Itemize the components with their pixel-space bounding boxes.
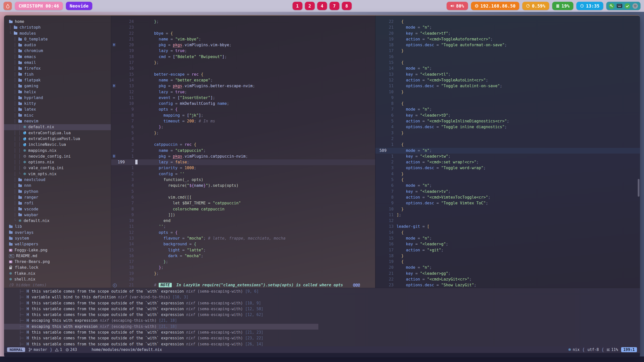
diagnostic-row[interactable]: ├─Hthis variable comes from the scope ou… [4,300,640,306]
code-line[interactable]: 11 event = ["InsertEnter"]; [111,95,375,101]
workspace-button[interactable]: 8 [342,2,352,10]
code-line[interactable]: 15 { [375,60,640,66]
tree-row[interactable]: home [4,19,111,25]
diagnostic-row[interactable]: ├─Hthis variable comes from the scope ou… [4,335,640,341]
tree-row[interactable]: lib [4,224,111,230]
tree-row[interactable]: │ waybar [4,212,111,218]
code-line[interactable]: 6 vim.cmd([[ [111,195,375,200]
code-line[interactable]: 14 background = { [111,241,375,247]
code-line[interactable]: 199 lazy = false; [111,159,375,165]
diagnostic-row[interactable]: ├─Hthis variable comes from the scope ou… [4,312,640,318]
tree-row[interactable]: │ firefox [4,66,111,71]
code-line[interactable]: 17 }; [111,60,375,66]
workspace-button[interactable]: 7 [329,2,339,10]
tree-row[interactable]: │ │ ❄options.nix [4,159,111,165]
workspace-button[interactable]: 2 [305,2,315,10]
check-status-icon[interactable] [625,3,630,9]
tree-row[interactable]: │ kitty [4,101,111,107]
tree-row[interactable]: │ email [4,60,111,66]
code-line[interactable]: 18 cmd = ["Bdelete" "Bwipeout"]; [111,54,375,60]
code-line[interactable]: 7 let $BAT_THEME = "catppuccin" [111,200,375,206]
code-line[interactable]: 14 { [375,230,640,236]
tree-row[interactable]: │ nextcloud [4,177,111,183]
code-line[interactable]: 13 flavour = "mocha"; # latte, frappe, m… [111,236,375,241]
tree-row[interactable]: │ misc [4,113,111,118]
tree-row[interactable]: system [4,236,111,241]
code-line[interactable]: 10 end [111,218,375,224]
code-line[interactable]: 3 } [375,130,640,136]
tree-row[interactable]: │ emacs [4,54,111,60]
git-branch[interactable]: master [29,347,47,352]
code-line[interactable]: 3 catppuccin = rec { [111,142,375,148]
tree-row[interactable]: │ │ ❄mappings.nix [4,148,111,154]
code-line[interactable]: 6 }; [111,124,375,130]
tree-row[interactable]: │ └ ❄vim_opts.nix [4,171,111,177]
code-line[interactable]: 7 timeout = 200; # In ms [111,118,375,124]
diagnostic-row[interactable]: ├─Hescaping this with expressionnixf(esc… [4,324,640,330]
code-line[interactable]: 4 require("${name}").setup(opts) [111,183,375,189]
code-line[interactable]: 19 { [375,259,640,265]
tree-row[interactable]: │ vscode [4,206,111,212]
code-line[interactable]: 20 mode = "n"; [375,265,640,270]
code-line[interactable]: 21 mode = "n"; [375,25,640,30]
tree-row[interactable]: │ rofi [4,200,111,206]
code-line[interactable]: 589 mode = "n"; [375,148,640,154]
diagnostic-row[interactable]: ├─Hthis variable comes from the scope ou… [4,306,640,312]
tree-row[interactable]: │ flatpak [4,77,111,83]
tree-row[interactable]: │ hyprland [4,95,111,101]
code-line[interactable]: i21 # NOTE In LazyVim require("clang_ext… [111,282,375,288]
tree-row[interactable]: │ helix [4,89,111,95]
tree-row[interactable]: │ nnn [4,183,111,189]
tree-row[interactable]: │ │ ⚙neovide_config.ini [4,154,111,159]
code-line[interactable]: 5 action = "<cmd>ToggleInlineDiagnostics… [375,118,640,124]
code-line[interactable]: 13leader-git = [ [375,224,640,230]
tree-row[interactable]: │ 0_template [4,36,111,42]
tree-row[interactable]: │ │ inclineNavic.lua [4,142,111,148]
tree-row[interactable]: ❄flake.nix [4,271,111,277]
code-line[interactable]: 2 name = "catppuccin"; [111,148,375,154]
code-line[interactable]: 2 [375,136,640,142]
code-line[interactable]: 7 key = "<leader>tv"; [375,189,640,195]
tree-row[interactable]: Foggy-Lake.png [4,247,111,253]
tree-row[interactable]: │ │ ⚙vale_config.ini [4,165,111,171]
tree-row[interactable]: │ neovim [4,118,111,124]
code-line[interactable]: 17 action = "+git"; [375,247,640,253]
code-line[interactable]: 18 }; [111,265,375,270]
code-line[interactable]: 11]; [375,212,640,218]
network-pill[interactable]: 192.168.86.50 [471,2,520,10]
code-line[interactable]: 18 options.desc = "Toggle autoformat-on-… [375,42,640,48]
volume-pill[interactable]: 80% [447,2,468,10]
host-clock-pill[interactable]: CHRISTOPH 00:46 [15,2,63,10]
code-line[interactable]: 7 mode = "n"; [375,107,640,112]
code-line[interactable]: 11 ''; [111,224,375,230]
tree-row[interactable]: │ │ extraConfigLua.lua [4,130,111,136]
code-line[interactable]: 19 action = "<cmd>ToggleAutoformat<cr>"; [375,36,640,42]
tree-row[interactable]: │ christoph [4,25,111,30]
code-line[interactable]: 15 better-escape = rec { [111,72,375,77]
code-line[interactable]: 17 }; [111,259,375,265]
diagnostic-row[interactable]: ├─Hvariable will bind to this definition… [4,294,640,300]
code-line[interactable]: 3 options.desc = "Toggle word-wrap"; [375,165,640,171]
clock-pill[interactable]: 13:35 [576,2,603,10]
code-line[interactable]: 12 lazy = true; [111,89,375,95]
code-line[interactable]: 8 colorscheme catppuccin [111,206,375,212]
code-line[interactable]: 10 } [375,206,640,212]
code-line[interactable]: 16 [375,54,640,60]
code-line[interactable]: 5 [111,189,375,195]
code-line[interactable]: 21 name = "vim-bbye"; [111,36,375,42]
code-line[interactable]: 5 { [375,177,640,183]
code-line[interactable]: 16 [111,66,375,71]
code-line[interactable]: H20 pkg = pkgs.vimPlugins.vim-bbye; [111,42,375,48]
code-line[interactable]: 15 mode = "n"; [375,236,640,241]
tree-row[interactable]: (9 hidden items) [4,282,111,288]
code-line[interactable]: 22 action = "<cmd>LazyGit<cr>"; [375,277,640,282]
code-line[interactable]: 16 key = "<leader>g"; [375,241,640,247]
diagnostic-row[interactable]: ├─Hescaping this with expressionnixf(esc… [4,318,640,324]
code-line[interactable]: 8 action = "<cmd>VimtexTocToggle<cr>"; [375,195,640,200]
code-line[interactable]: 14 name = "better_escape"; [111,77,375,83]
workspace-button[interactable]: 1 [292,2,302,10]
code-line[interactable]: 22 { [375,19,640,25]
scrollbar-thumb[interactable] [638,179,639,197]
tree-row[interactable]: │ audio [4,42,111,48]
code-line[interactable]: 18 } [375,253,640,259]
